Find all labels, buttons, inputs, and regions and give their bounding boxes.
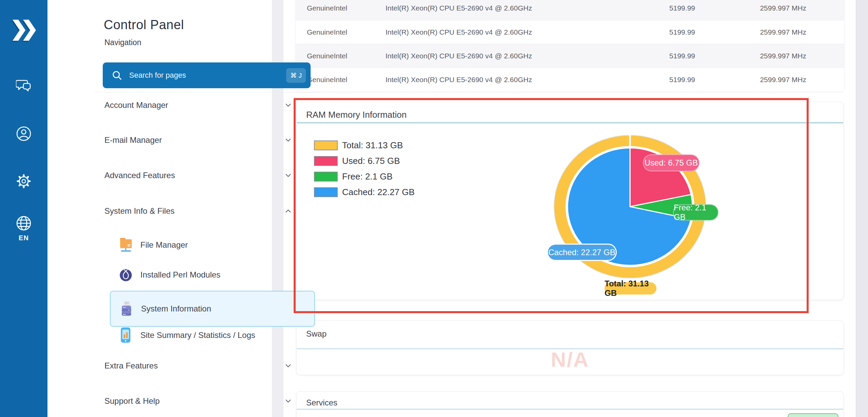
swap-card: Swap N/A	[296, 321, 844, 375]
user-circle-icon	[16, 126, 32, 141]
cpu-mhz-cell: 2599.997 MHz	[695, 4, 844, 12]
cpu-bogomips-cell: 5199.99	[644, 52, 695, 60]
cpu-mhz-cell: 2599.997 MHz	[695, 28, 844, 36]
user-account-button[interactable]	[14, 124, 33, 143]
scrollbar-track[interactable]	[856, 0, 868, 417]
swap-empty-value: N/A	[297, 347, 843, 372]
cpu-model-cell: Intel(R) Xeon(R) CPU E5-2690 v4 @ 2.60GH…	[386, 52, 644, 60]
sidebar-divider	[95, 92, 319, 92]
services-section-title: Services	[306, 398, 337, 407]
chevron-down-icon	[283, 361, 293, 371]
services-card: Services	[296, 392, 844, 417]
stats-phone-icon	[119, 327, 133, 344]
support-chat-button[interactable]	[14, 76, 33, 95]
cpu-vendor-cell: GenuineIntel	[307, 28, 386, 36]
directadmin-logo[interactable]	[9, 16, 38, 45]
search-box: ⌘ J	[103, 62, 311, 88]
chevron-down-icon	[283, 396, 293, 406]
sidebar-section-account-manager[interactable]: Account Manager	[104, 97, 308, 113]
language-button[interactable]	[14, 214, 33, 233]
language-code-label: EN	[0, 234, 47, 242]
search-input[interactable]	[129, 71, 286, 80]
chevron-down-icon	[283, 100, 293, 110]
cpu-table-row: GenuineIntel Intel(R) Xeon(R) CPU E5-269…	[296, 68, 844, 91]
gear-icon	[16, 173, 32, 189]
chevron-up-icon	[283, 206, 293, 216]
sidebar-section-advanced-features[interactable]: Advanced Features	[104, 167, 308, 184]
double-chevron-logo-icon	[9, 16, 38, 45]
cpu-model-cell: Intel(R) Xeon(R) CPU E5-2690 v4 @ 2.60GH…	[386, 4, 644, 12]
cpu-model-cell: Intel(R) Xeon(R) CPU E5-2690 v4 @ 2.60GH…	[386, 76, 644, 84]
chat-bubbles-icon	[16, 79, 32, 93]
settings-button[interactable]	[14, 172, 33, 191]
cpu-bogomips-cell: 5199.99	[644, 28, 695, 36]
app-rail: EN	[0, 0, 47, 417]
sidebar-section-extra-features[interactable]: Extra Features	[104, 358, 308, 374]
chevron-down-icon	[283, 171, 293, 180]
cpu-bogomips-cell: 5199.99	[644, 4, 695, 12]
section-divider	[297, 409, 843, 410]
cpu-vendor-cell: GenuineIntel	[307, 52, 386, 60]
sidebar-item-installed-perl-modules[interactable]: Installed Perl Modules	[110, 260, 315, 290]
cpu-model-cell: Intel(R) Xeon(R) CPU E5-2690 v4 @ 2.60GH…	[386, 28, 644, 36]
search-icon	[112, 70, 122, 81]
sidebar-section-email-manager[interactable]: E-mail Manager	[104, 132, 308, 148]
page-subtitle: Navigation	[104, 38, 141, 47]
sidebar-section-support-help[interactable]: Support & Help	[104, 393, 308, 409]
search-shortcut-badge: ⌘ J	[286, 68, 306, 83]
service-action-button[interactable]	[788, 413, 839, 417]
cpu-vendor-cell: GenuineIntel	[307, 76, 386, 84]
sidebar: Control Panel Navigation ⌘ J Account Man…	[47, 0, 272, 417]
chevron-down-icon	[283, 135, 293, 145]
cpu-mhz-cell: 2599.997 MHz	[695, 76, 844, 84]
sidebar-item-file-manager[interactable]: File Manager	[110, 230, 315, 260]
cpu-bogomips-cell: 5199.99	[644, 76, 695, 84]
highlight-annotation-rectangle	[294, 98, 809, 313]
cpu-table-row: GenuineIntel Intel(R) Xeon(R) CPU E5-269…	[296, 20, 844, 44]
folder-network-icon	[119, 236, 133, 253]
cpu-mhz-cell: 2599.997 MHz	[695, 52, 844, 60]
perl-onion-icon	[119, 266, 133, 283]
globe-icon	[16, 215, 32, 231]
sidebar-item-site-summary-statistics-logs[interactable]: Site Summary / Statistics / Logs	[110, 320, 315, 350]
page-title: Control Panel	[104, 18, 184, 32]
sidebar-section-system-info-files[interactable]: System Info & Files	[104, 203, 308, 219]
cpu-table-row: GenuineIntel Intel(R) Xeon(R) CPU E5-269…	[296, 0, 844, 20]
server-icon	[119, 300, 134, 317]
cpu-table-row: GenuineIntel Intel(R) Xeon(R) CPU E5-269…	[296, 44, 844, 68]
cpu-vendor-cell: GenuineIntel	[307, 4, 386, 12]
cpu-table-card: GenuineIntel Intel(R) Xeon(R) CPU E5-269…	[296, 0, 844, 92]
